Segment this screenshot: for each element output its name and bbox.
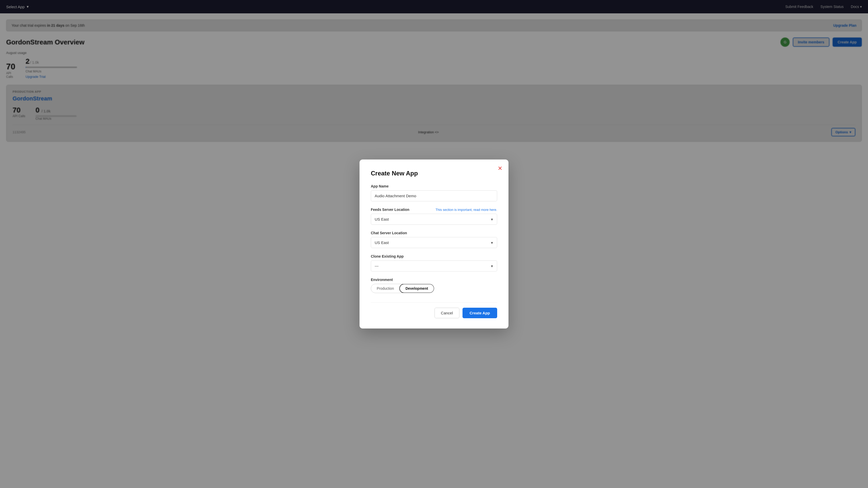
app-name-input[interactable] bbox=[371, 190, 497, 201]
app-name-label: App Name bbox=[371, 184, 497, 188]
modal-title: Create New App bbox=[371, 170, 497, 177]
create-app-button[interactable]: Create App bbox=[463, 308, 497, 318]
chat-server-select-wrap: US East US West EU West AP Southeast ▼ bbox=[371, 237, 497, 248]
env-development-button[interactable]: Development bbox=[399, 284, 434, 293]
env-production-button[interactable]: Production bbox=[371, 284, 400, 293]
chat-server-label: Chat Server Location bbox=[371, 231, 497, 235]
clone-select-wrap: --- ▼ bbox=[371, 261, 497, 272]
chat-server-group: Chat Server Location US East US West EU … bbox=[371, 231, 497, 248]
environment-group: Environment Production Development bbox=[371, 278, 497, 293]
modal-footer: Cancel Create App bbox=[371, 302, 497, 318]
feeds-server-group: Feeds Server Location This section is im… bbox=[371, 208, 497, 225]
cancel-button[interactable]: Cancel bbox=[435, 308, 459, 318]
app-name-group: App Name bbox=[371, 184, 497, 201]
clone-app-label: Clone Existing App bbox=[371, 254, 497, 258]
create-new-app-modal: ✕ Create New App App Name Feeds Server L… bbox=[360, 159, 508, 329]
clone-select[interactable]: --- bbox=[371, 261, 497, 272]
chat-server-select[interactable]: US East US West EU West AP Southeast bbox=[371, 237, 497, 248]
close-button[interactable]: ✕ bbox=[497, 165, 503, 172]
feeds-important-link[interactable]: This section is important, read more her… bbox=[436, 208, 497, 212]
environment-toggle: Production Development bbox=[371, 284, 434, 293]
feeds-server-select-wrap: US East US West EU West AP Southeast ▼ bbox=[371, 214, 497, 225]
feeds-label-row: Feeds Server Location This section is im… bbox=[371, 208, 497, 212]
feeds-server-select[interactable]: US East US West EU West AP Southeast bbox=[371, 214, 497, 225]
feeds-server-label: Feeds Server Location bbox=[371, 208, 409, 212]
clone-app-group: Clone Existing App --- ▼ bbox=[371, 254, 497, 272]
modal-overlay: ✕ Create New App App Name Feeds Server L… bbox=[0, 0, 868, 488]
environment-label: Environment bbox=[371, 278, 497, 282]
